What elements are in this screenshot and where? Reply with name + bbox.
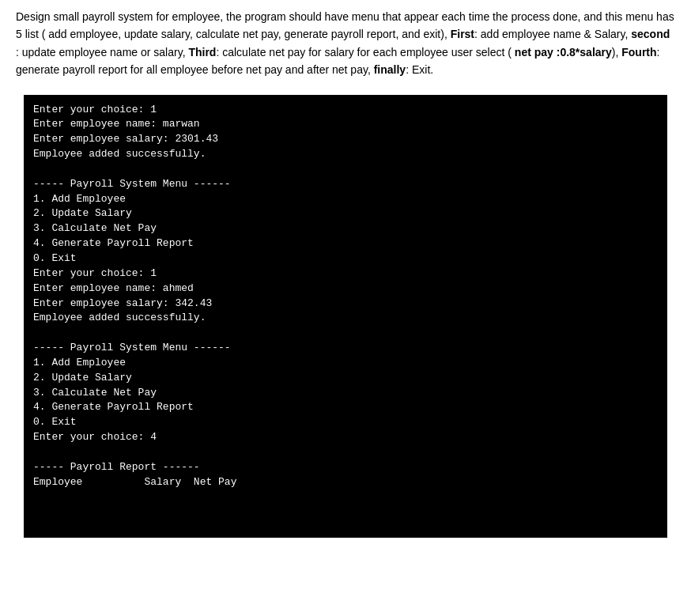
terminal-line-1: Enter your choice: 1 Enter employee name… <box>33 104 236 488</box>
bold-first: First <box>451 28 474 40</box>
bold-fourth: Fourth <box>621 46 656 59</box>
terminal-output: Enter your choice: 1 Enter employee name… <box>24 95 667 538</box>
page-container: Design small payroll system for employee… <box>0 0 691 616</box>
bold-second: second <box>631 28 670 40</box>
bold-third: Third <box>188 46 216 59</box>
description-paragraph: Design small payroll system for employee… <box>16 8 675 79</box>
bold-formula: net pay :0.8*salary <box>515 46 612 59</box>
bold-finally: finally <box>374 63 406 76</box>
